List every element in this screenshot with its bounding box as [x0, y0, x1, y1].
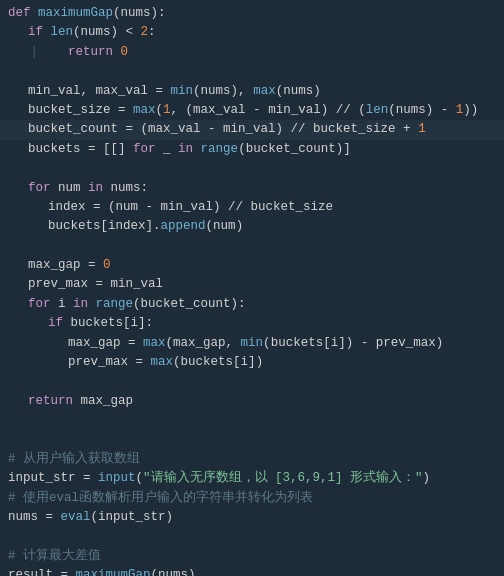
- code-line-9: [0, 159, 504, 178]
- function-name: maximumGap: [38, 4, 113, 23]
- code-line-6: bucket_size = max(1, (max_val - min_val)…: [0, 101, 504, 120]
- code-line-14: max_gap = 0: [0, 256, 504, 275]
- code-line-29: # 计算最大差值: [0, 547, 504, 566]
- code-line-27: nums = eval(input_str): [0, 508, 504, 527]
- code-line-4: [0, 62, 504, 81]
- code-line-1: def maximumGap(nums):: [0, 4, 504, 23]
- code-line-25: input_str = input("请输入无序数组，以 [3,6,9,1] 形…: [0, 469, 504, 488]
- code-line-10: for num in nums:: [0, 179, 504, 198]
- code-line-8: buckets = [[] for _ in range(bucket_coun…: [0, 140, 504, 159]
- code-editor: def maximumGap(nums): if len(nums) < 2: …: [0, 0, 504, 576]
- code-line-19: prev_max = max(buckets[i]): [0, 353, 504, 372]
- code-line-24: # 从用户输入获取数组: [0, 450, 504, 469]
- code-line-12: buckets[index].append(num): [0, 217, 504, 236]
- code-line-13: [0, 237, 504, 256]
- code-line-26: # 使用eval函数解析用户输入的字符串并转化为列表: [0, 489, 504, 508]
- code-line-7: bucket_count = (max_val - min_val) // bu…: [0, 120, 504, 139]
- code-line-23: [0, 431, 504, 450]
- code-line-15: prev_max = min_val: [0, 275, 504, 294]
- code-line-17: if buckets[i]:: [0, 314, 504, 333]
- code-line-5: min_val, max_val = min(nums), max(nums): [0, 82, 504, 101]
- code-line-28: [0, 528, 504, 547]
- code-line-18: max_gap = max(max_gap, min(buckets[i]) -…: [0, 334, 504, 353]
- code-line-30: result = maximumGap(nums): [0, 566, 504, 576]
- code-line-22: [0, 411, 504, 430]
- code-line-16: for i in range(bucket_count):: [0, 295, 504, 314]
- code-line-2: if len(nums) < 2:: [0, 23, 504, 42]
- code-line-21: return max_gap: [0, 392, 504, 411]
- code-line-11: index = (num - min_val) // bucket_size: [0, 198, 504, 217]
- code-line-20: [0, 372, 504, 391]
- keyword-def: def: [8, 4, 38, 23]
- code-line-3: | return 0: [0, 43, 504, 62]
